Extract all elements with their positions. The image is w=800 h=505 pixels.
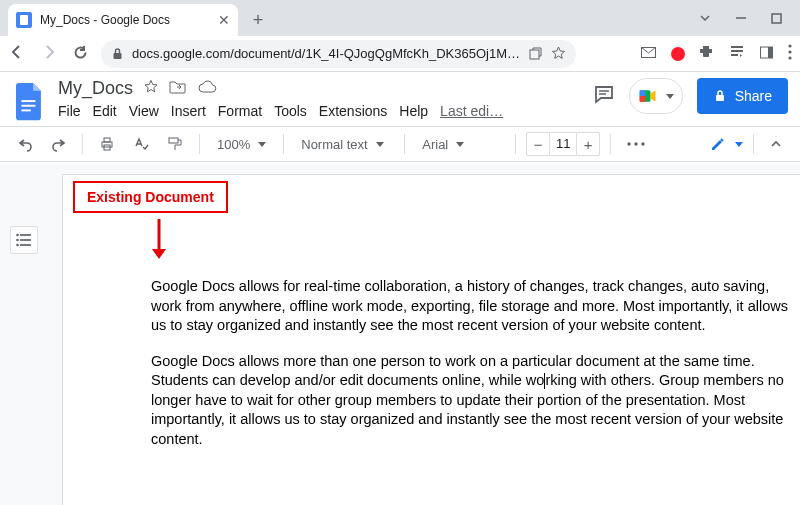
- extensions-icon[interactable]: [699, 44, 715, 63]
- svg-rect-13: [21, 100, 35, 102]
- menu-format[interactable]: Format: [218, 103, 262, 119]
- svg-point-28: [642, 142, 645, 145]
- share-label: Share: [735, 88, 772, 104]
- url-input[interactable]: docs.google.com/document/d/1K_4I-QJogQgM…: [101, 40, 576, 68]
- paint-format-button[interactable]: [161, 132, 189, 156]
- svg-rect-20: [639, 96, 645, 102]
- svg-rect-25: [169, 138, 178, 143]
- redo-button[interactable]: [45, 133, 72, 156]
- reading-list-icon[interactable]: [729, 44, 745, 63]
- close-tab-icon[interactable]: ✕: [218, 12, 230, 28]
- side-panel-icon[interactable]: [759, 45, 774, 63]
- chevron-down-icon: [666, 94, 674, 99]
- bookmark-star-icon[interactable]: [551, 46, 566, 61]
- new-tab-button[interactable]: +: [244, 6, 272, 34]
- window-dropdown-icon[interactable]: [699, 12, 711, 24]
- meet-icon: [638, 86, 658, 106]
- lock-icon: [111, 47, 124, 60]
- browser-tabstrip: My_Docs - Google Docs ✕ +: [0, 0, 800, 36]
- chevron-down-icon: [735, 142, 743, 147]
- hide-menus-button[interactable]: [764, 134, 788, 154]
- docs-toolbar: 100% Normal text Arial − 11 +: [0, 126, 800, 162]
- zoom-dropdown[interactable]: 100%: [210, 132, 273, 157]
- font-family-dropdown[interactable]: Arial: [415, 132, 505, 157]
- svg-point-33: [16, 239, 19, 242]
- last-edit-link[interactable]: Last edi…: [440, 103, 503, 119]
- spellcheck-button[interactable]: [127, 132, 155, 156]
- svg-point-10: [788, 44, 791, 47]
- svg-point-12: [788, 56, 791, 59]
- svg-rect-14: [21, 105, 35, 107]
- chevron-down-icon: [456, 142, 464, 147]
- print-button[interactable]: [93, 132, 121, 156]
- move-folder-icon[interactable]: [169, 79, 187, 98]
- svg-rect-9: [768, 47, 773, 58]
- window-controls: [699, 0, 800, 36]
- menu-extensions[interactable]: Extensions: [319, 103, 387, 119]
- menu-view[interactable]: View: [129, 103, 159, 119]
- paragraph-style-dropdown[interactable]: Normal text: [294, 132, 394, 157]
- annotation-arrow-icon: [149, 219, 169, 261]
- svg-rect-19: [639, 90, 645, 96]
- svg-rect-21: [716, 95, 724, 101]
- url-text: docs.google.com/document/d/1K_4I-QJogQgM…: [132, 46, 520, 61]
- svg-rect-3: [530, 50, 539, 59]
- font-size-decrease[interactable]: −: [527, 133, 549, 155]
- chevron-down-icon: [258, 142, 266, 147]
- font-size-stepper: − 11 +: [526, 132, 600, 156]
- svg-point-34: [16, 244, 19, 247]
- window-minimize-icon[interactable]: [735, 12, 747, 24]
- document-body[interactable]: Google Docs allows for real-time collabo…: [151, 277, 791, 450]
- tab-title: My_Docs - Google Docs: [40, 13, 210, 27]
- document-outline-button[interactable]: [10, 226, 38, 254]
- browser-tab-active[interactable]: My_Docs - Google Docs ✕: [8, 4, 238, 36]
- window-maximize-icon[interactable]: [771, 13, 782, 24]
- more-tools-icon[interactable]: [621, 138, 651, 150]
- annotation-existing-document: Existing Document: [73, 181, 228, 213]
- docs-logo-icon[interactable]: [12, 78, 48, 126]
- document-page[interactable]: Existing Document Google Docs allows for…: [62, 174, 800, 505]
- nav-reload-icon[interactable]: [72, 44, 89, 64]
- lock-icon: [713, 89, 727, 103]
- chevron-down-icon: [376, 142, 384, 147]
- document-canvas: Existing Document Google Docs allows for…: [0, 164, 800, 505]
- document-title[interactable]: My_Docs: [58, 78, 133, 99]
- svg-rect-15: [21, 110, 30, 112]
- menu-file[interactable]: File: [58, 103, 81, 119]
- editing-mode-dropdown[interactable]: [709, 135, 743, 153]
- docs-header: My_Docs File Edit View Insert Format Too…: [0, 72, 800, 126]
- menu-help[interactable]: Help: [399, 103, 428, 119]
- docs-favicon-icon: [16, 12, 32, 28]
- meet-button[interactable]: [629, 78, 683, 114]
- pencil-icon: [709, 135, 727, 153]
- svg-rect-1: [772, 14, 781, 23]
- font-size-value[interactable]: 11: [549, 133, 577, 155]
- browser-address-bar: docs.google.com/document/d/1K_4I-QJogQgM…: [0, 36, 800, 72]
- comment-history-icon[interactable]: [593, 84, 615, 109]
- svg-point-11: [788, 50, 791, 53]
- mail-icon[interactable]: [640, 44, 657, 64]
- share-url-icon[interactable]: [528, 46, 543, 61]
- font-size-increase[interactable]: +: [577, 133, 599, 155]
- menu-tools[interactable]: Tools: [274, 103, 307, 119]
- svg-point-32: [16, 234, 19, 237]
- svg-rect-2: [114, 53, 122, 59]
- opera-extension-icon[interactable]: [671, 47, 685, 61]
- menu-insert[interactable]: Insert: [171, 103, 206, 119]
- menubar: File Edit View Insert Format Tools Exten…: [58, 99, 503, 125]
- undo-button[interactable]: [12, 133, 39, 156]
- paragraph-1: Google Docs allows for real-time collabo…: [151, 277, 791, 336]
- nav-back-icon[interactable]: [8, 43, 26, 64]
- cloud-status-icon[interactable]: [197, 80, 217, 97]
- svg-point-27: [635, 142, 638, 145]
- svg-point-26: [628, 142, 631, 145]
- svg-rect-23: [104, 138, 110, 142]
- chrome-menu-icon[interactable]: [788, 44, 792, 63]
- share-button[interactable]: Share: [697, 78, 788, 114]
- paragraph-2: Google Docs allows more than one person …: [151, 352, 791, 450]
- star-icon[interactable]: [143, 79, 159, 98]
- nav-forward-icon: [40, 43, 58, 64]
- menu-edit[interactable]: Edit: [93, 103, 117, 119]
